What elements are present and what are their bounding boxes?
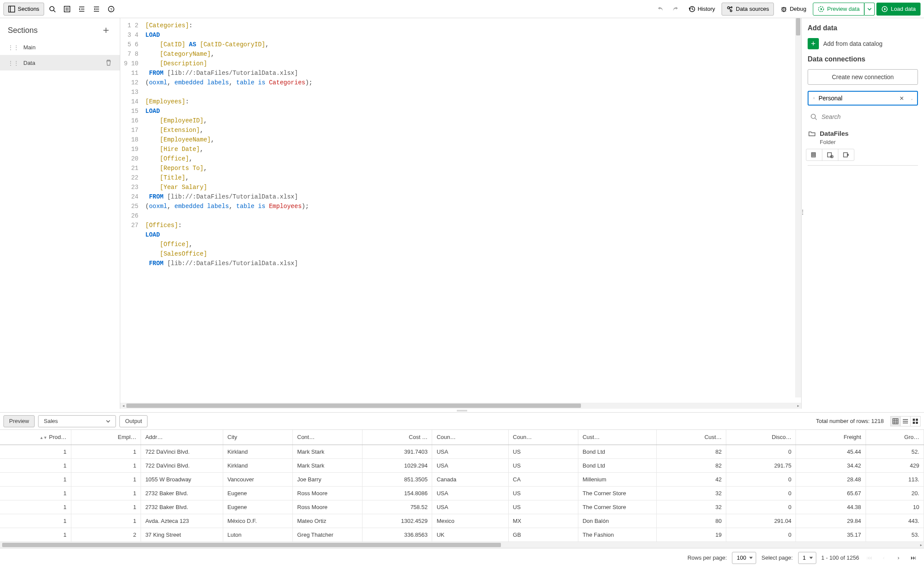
- svg-line-3: [54, 10, 55, 12]
- table-cell: 1: [0, 445, 71, 458]
- rows-per-page-select[interactable]: 100: [732, 552, 756, 564]
- first-page-button[interactable]: ⏮: [864, 553, 874, 563]
- table-cell: Canada: [432, 472, 508, 486]
- clear-icon[interactable]: ✕: [898, 95, 906, 102]
- select-data-button[interactable]: [806, 149, 822, 161]
- search-button[interactable]: [46, 3, 59, 16]
- table-cell: 20.: [866, 486, 924, 500]
- table-cell: USA: [432, 458, 508, 472]
- undo-button[interactable]: [654, 3, 667, 16]
- column-header[interactable]: Freight: [796, 430, 866, 445]
- table-cell: 391.7403: [363, 445, 432, 458]
- chevron-down-icon[interactable]: [909, 95, 914, 102]
- table-cell: Eugene: [223, 500, 292, 514]
- editor-scrollbar-v[interactable]: [795, 18, 801, 397]
- column-header[interactable]: Addr…: [141, 430, 223, 445]
- edit-connection-button[interactable]: [838, 149, 854, 161]
- last-page-button[interactable]: ⏭: [908, 553, 918, 563]
- prev-page-button[interactable]: ‹: [879, 553, 889, 563]
- table-row[interactable]: 1237 King StreetLutonGreg Thatcher336.85…: [0, 528, 924, 541]
- next-page-button[interactable]: ›: [894, 553, 903, 563]
- table-cell: Ross Moore: [293, 500, 363, 514]
- table-row[interactable]: 111055 W BroadwayVancouverJoe Barry851.3…: [0, 472, 924, 486]
- table-cell: 1: [71, 514, 141, 528]
- drag-handle-icon[interactable]: ⋮⋮: [8, 60, 19, 66]
- table-cell: 443.: [866, 514, 924, 528]
- add-section-button[interactable]: [100, 24, 112, 36]
- column-header[interactable]: ▲▼Prod…: [0, 430, 71, 445]
- table-row[interactable]: 11Avda. Azteca 123México D.F.Mateo Ortiz…: [0, 514, 924, 528]
- table-cell: Mateo Ortiz: [293, 514, 363, 528]
- insert-script-button[interactable]: [822, 149, 838, 161]
- data-sources-button[interactable]: Data sources: [722, 3, 774, 16]
- preview-dropdown-button[interactable]: [864, 3, 875, 16]
- preview-data-button[interactable]: Preview data: [813, 3, 864, 16]
- debug-label: Debug: [790, 6, 806, 12]
- add-from-catalog-button[interactable]: + Add from data catalog: [808, 38, 918, 49]
- table-scrollbar-h[interactable]: ◂▸: [0, 542, 924, 548]
- column-header[interactable]: City: [223, 430, 292, 445]
- table-view-button[interactable]: [890, 416, 901, 426]
- layout-icon: [8, 6, 15, 13]
- section-item-data[interactable]: ⋮⋮Data: [0, 55, 120, 70]
- connections-title: Data connections: [808, 55, 918, 63]
- column-header[interactable]: Coun…: [508, 430, 578, 445]
- indent-button[interactable]: [75, 3, 88, 16]
- sections-toggle-label: Sections: [18, 6, 39, 12]
- space-dropdown[interactable]: ✕: [808, 91, 918, 106]
- connection-search-input[interactable]: [821, 113, 915, 120]
- space-input[interactable]: [818, 95, 894, 102]
- table-cell: 80: [656, 514, 726, 528]
- outdent-button[interactable]: [90, 3, 103, 16]
- debug-button[interactable]: Debug: [776, 3, 811, 16]
- table-select[interactable]: Sales: [38, 415, 116, 427]
- output-tab[interactable]: Output: [119, 415, 148, 427]
- page-select[interactable]: 1: [798, 552, 816, 564]
- delete-section-button[interactable]: [105, 59, 112, 66]
- column-header[interactable]: Cust…: [656, 430, 726, 445]
- table-row[interactable]: 11722 DaVinci Blvd.KirklandMark Stark391…: [0, 445, 924, 458]
- table-row[interactable]: 112732 Baker Blvd.EugeneRoss Moore154.80…: [0, 486, 924, 500]
- code-area[interactable]: [Categories]: LOAD [CatID] AS [CatID-Cat…: [142, 18, 801, 403]
- load-data-button[interactable]: Load data: [876, 3, 921, 16]
- table-row[interactable]: 112732 Baker Blvd.EugeneRoss Moore758.52…: [0, 500, 924, 514]
- table-cell: US: [508, 445, 578, 458]
- column-header[interactable]: Gro…: [866, 430, 924, 445]
- svg-rect-54: [913, 422, 915, 424]
- horizontal-splitter[interactable]: [0, 409, 924, 412]
- column-header[interactable]: Disco…: [726, 430, 796, 445]
- add-data-title: Add data: [808, 24, 918, 32]
- table-cell: 1055 W Broadway: [141, 472, 223, 486]
- table-cell: 0: [726, 472, 796, 486]
- table-cell: Ross Moore: [293, 486, 363, 500]
- drag-handle-icon[interactable]: ⋮⋮: [8, 44, 19, 51]
- column-header[interactable]: Cust…: [578, 430, 656, 445]
- table-cell: Mexico: [432, 514, 508, 528]
- column-header[interactable]: Cont…: [293, 430, 363, 445]
- connection-item[interactable]: DataFiles Folder: [808, 128, 918, 166]
- editor-scrollbar-h[interactable]: ◂▸: [120, 403, 801, 409]
- add-from-catalog-label: Add from data catalog: [823, 40, 882, 47]
- column-header[interactable]: Cost …: [363, 430, 432, 445]
- comment-button[interactable]: [61, 3, 74, 16]
- grid-view-button[interactable]: [910, 416, 921, 426]
- column-header[interactable]: Empl…: [71, 430, 141, 445]
- table-cell: 0: [726, 500, 796, 514]
- section-item-main[interactable]: ⋮⋮Main: [0, 40, 120, 55]
- sections-toggle-button[interactable]: Sections: [3, 3, 44, 16]
- rows-per-page-label: Rows per page:: [687, 554, 727, 561]
- preview-tab[interactable]: Preview: [3, 415, 35, 427]
- table-cell: 28.48: [796, 472, 866, 486]
- table-row[interactable]: 11722 DaVinci Blvd.KirklandMark Stark102…: [0, 458, 924, 472]
- table-cell: UK: [432, 528, 508, 541]
- list-view-button[interactable]: [900, 416, 911, 426]
- redo-button[interactable]: [669, 3, 682, 16]
- help-button[interactable]: ?: [105, 3, 118, 16]
- history-button[interactable]: History: [683, 3, 720, 16]
- connection-search[interactable]: [808, 112, 918, 122]
- svg-rect-0: [9, 6, 15, 12]
- code-editor[interactable]: 1 2 3 4 5 6 7 8 9 10 11 12 13 14 15 16 1…: [120, 18, 801, 403]
- table-cell: 37 King Street: [141, 528, 223, 541]
- column-header[interactable]: Coun…: [432, 430, 508, 445]
- create-connection-button[interactable]: Create new connection: [808, 69, 918, 85]
